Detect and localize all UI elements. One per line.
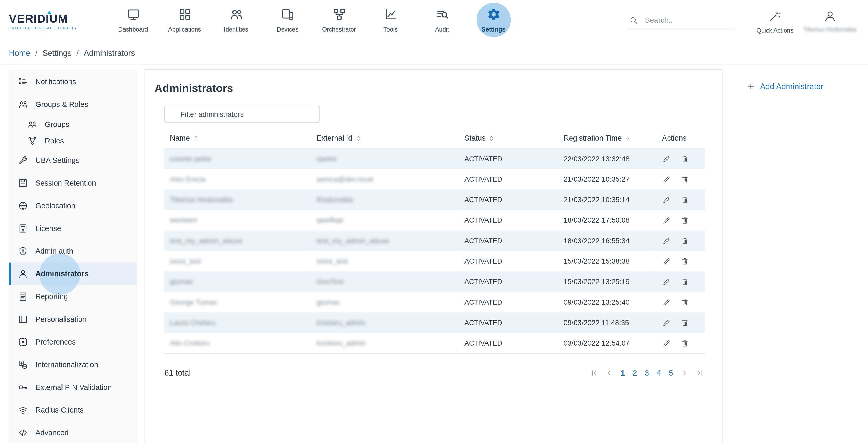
sidebar-item-geolocation[interactable]: Geolocation xyxy=(9,195,137,217)
nav-item-tools[interactable]: Tools xyxy=(365,0,416,42)
prev-page-icon xyxy=(605,368,613,377)
nav-item-settings[interactable]: Settings xyxy=(468,0,519,42)
sort-icon xyxy=(193,135,199,142)
edit-icon xyxy=(662,175,671,183)
column-header-external-id[interactable]: External Id xyxy=(311,129,459,148)
prev-page-button[interactable] xyxy=(604,368,615,377)
edit-button[interactable] xyxy=(662,154,671,163)
admin-name: Tiberius Hodoroaba xyxy=(170,196,233,204)
registration-time: 22/03/2022 13:32:48 xyxy=(563,154,629,163)
first-page-button[interactable] xyxy=(589,368,599,377)
administrators-table: NameExternal IdStatusRegistration TimeAc… xyxy=(164,129,705,354)
delete-icon xyxy=(680,338,689,347)
sidebar-item-label: Groups & Roles xyxy=(35,100,88,109)
registration-time: 15/03/2022 13:25:19 xyxy=(563,277,629,286)
table-row: ionut_testionut_testACTIVATED15/03/2022 … xyxy=(164,251,705,271)
admin-name: ionut_test xyxy=(170,257,201,265)
delete-button[interactable] xyxy=(680,175,689,183)
edit-button[interactable] xyxy=(662,257,671,265)
page-number-3[interactable]: 3 xyxy=(643,368,651,377)
edit-button[interactable] xyxy=(662,216,671,225)
sidebar-item-label: UBA Settings xyxy=(35,156,79,165)
nav-item-identities[interactable]: Identities xyxy=(210,0,262,42)
delete-icon xyxy=(680,277,689,286)
edit-button[interactable] xyxy=(662,298,671,306)
sidebar-item-roles[interactable]: Roles xyxy=(9,132,137,149)
edit-button[interactable] xyxy=(662,338,671,347)
sidebar-item-preferences[interactable]: Preferences xyxy=(9,331,137,353)
administrators-icon xyxy=(18,269,28,279)
admin-external-id: aenica@dev.local xyxy=(317,175,373,183)
sidebar-item-personalisation[interactable]: Personalisation xyxy=(9,308,137,331)
filter-administrators-input[interactable] xyxy=(164,106,319,122)
sidebar-item-internationalization[interactable]: Internationalization xyxy=(9,353,137,376)
status-badge: ACTIVATED xyxy=(464,237,502,244)
edit-button[interactable] xyxy=(662,195,671,204)
sidebar-item-external-pin-validation[interactable]: External PIN Validation xyxy=(9,376,137,399)
sidebar-item-label: Admin auth xyxy=(35,247,73,255)
nav-item-audit[interactable]: Audit xyxy=(416,0,468,42)
delete-icon xyxy=(680,236,689,245)
add-administrator-button[interactable]: Add Administrator xyxy=(747,82,868,91)
sidebar-item-notifications[interactable]: Notifications xyxy=(9,70,137,93)
delete-button[interactable] xyxy=(680,154,689,163)
preferences-icon xyxy=(18,337,28,347)
delete-button[interactable] xyxy=(680,298,689,306)
edit-icon xyxy=(662,154,671,163)
column-header-status[interactable]: Status xyxy=(459,129,558,148)
delete-button[interactable] xyxy=(680,338,689,347)
delete-button[interactable] xyxy=(680,277,689,286)
sidebar-item-administrators[interactable]: Administrators xyxy=(9,263,137,285)
delete-icon xyxy=(680,318,689,327)
delete-button[interactable] xyxy=(680,318,689,327)
sidebar-item-uba-settings[interactable]: UBA Settings xyxy=(9,149,137,172)
delete-button[interactable] xyxy=(680,195,689,204)
nav-item-applications[interactable]: Applications xyxy=(159,0,210,42)
dashboard-icon xyxy=(126,7,140,22)
sidebar-item-session-retention[interactable]: Session Retention xyxy=(9,172,137,195)
column-header-name[interactable]: Name xyxy=(164,129,311,148)
user-name: Tiberius Hodoroaba xyxy=(803,26,857,33)
edit-button[interactable] xyxy=(662,277,671,286)
sidebar-item-groups[interactable]: Groups xyxy=(9,116,137,132)
admin-external-id: lcroitoru_admin xyxy=(317,339,366,347)
admin-external-id: qwefkqe xyxy=(317,216,344,224)
total-count: 61 total xyxy=(164,368,191,377)
quick-actions-button[interactable]: Quick Actions xyxy=(749,8,800,34)
sidebar-item-radius-clients[interactable]: Radius Clients xyxy=(9,399,137,421)
next-page-button[interactable] xyxy=(679,368,690,377)
edit-button[interactable] xyxy=(662,318,671,327)
add-administrator-label: Add Administrator xyxy=(760,82,823,91)
breadcrumb-settings[interactable]: Settings xyxy=(42,49,71,58)
sidebar-item-groups-roles[interactable]: Groups & Roles xyxy=(9,93,137,116)
delete-icon xyxy=(680,195,689,204)
sidebar-item-license[interactable]: License xyxy=(9,217,137,240)
page-number-2[interactable]: 2 xyxy=(631,368,639,377)
user-menu[interactable]: Tiberius Hodoroaba xyxy=(801,9,859,33)
edit-button[interactable] xyxy=(662,236,671,245)
veridium-logo[interactable]: VERIDIUM TRUSTED DIGITAL IDENTITY xyxy=(9,0,107,42)
column-label: Actions xyxy=(662,134,687,142)
nav-item-dashboard[interactable]: Dashboard xyxy=(107,0,159,42)
delete-button[interactable] xyxy=(680,216,689,225)
delete-button[interactable] xyxy=(680,236,689,245)
registration-time: 18/03/2022 17:50:08 xyxy=(563,216,629,224)
page-number-4[interactable]: 4 xyxy=(655,368,663,377)
nav-item-label: Tools xyxy=(383,26,398,33)
table-row: Alin Croitorulcroitoru_adminACTIVATED03/… xyxy=(164,333,705,354)
sidebar-item-advanced[interactable]: Advanced xyxy=(9,421,137,443)
delete-button[interactable] xyxy=(680,257,689,265)
search-input[interactable] xyxy=(644,15,726,25)
sidebar-item-label: Radius Clients xyxy=(35,406,84,414)
breadcrumb-home[interactable]: Home xyxy=(9,49,30,58)
last-page-button[interactable] xyxy=(694,368,705,377)
nav-item-orchestrator[interactable]: Orchestrator xyxy=(313,0,365,42)
page-number-5[interactable]: 5 xyxy=(667,368,675,377)
sidebar-item-reporting[interactable]: Reporting xyxy=(9,285,137,308)
column-header-registration-time[interactable]: Registration Time xyxy=(558,129,656,148)
uba-settings-icon xyxy=(18,155,28,166)
edit-button[interactable] xyxy=(662,175,671,183)
sidebar-item-admin-auth[interactable]: Admin auth xyxy=(9,240,137,263)
page-number-1[interactable]: 1 xyxy=(619,368,627,377)
nav-item-devices[interactable]: Devices xyxy=(262,0,313,42)
